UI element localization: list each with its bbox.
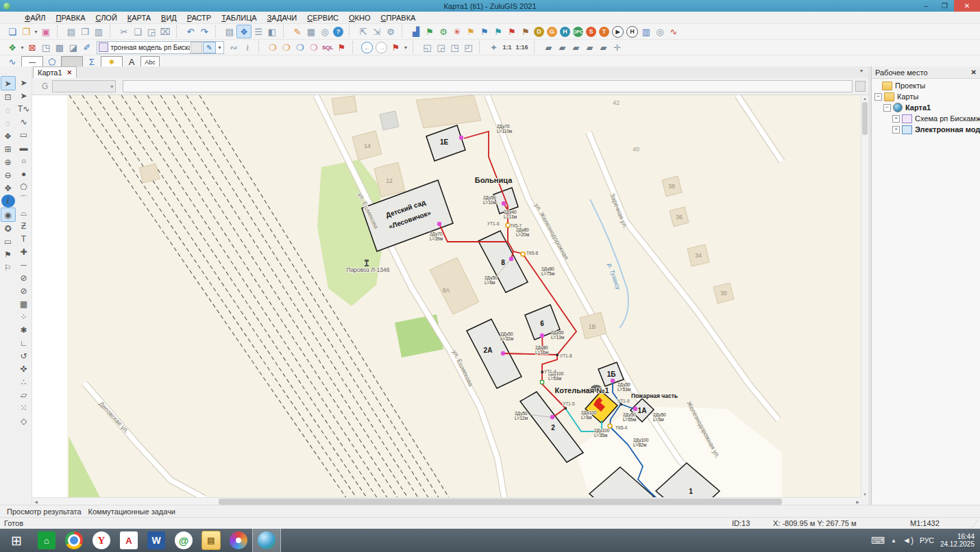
delete-segment-icon[interactable]: ⊘	[17, 284, 31, 297]
find-network-icon[interactable]: ❍	[307, 41, 321, 53]
layer-edit-pen-icon[interactable]: ✎	[203, 42, 216, 53]
layer-lock-button[interactable]	[191, 42, 202, 53]
flag-gray-icon[interactable]: ⚐	[1, 261, 15, 274]
draw-chord-icon[interactable]: ⌓	[17, 206, 31, 219]
angle-icon[interactable]: ∟	[17, 336, 31, 349]
tab-list-button[interactable]: ▾	[860, 68, 863, 74]
edit-select-icon[interactable]: ➤	[17, 76, 31, 89]
open-dropdown-icon[interactable]: ▾	[33, 25, 39, 38]
layer-combo-arrow-icon[interactable]: ▾	[216, 45, 223, 51]
address-input[interactable]	[123, 80, 853, 92]
copy-icon[interactable]: ❑	[131, 25, 145, 38]
layer-settings-icon[interactable]: ◳	[39, 41, 53, 53]
menu-edit[interactable]: ПРАВКА	[56, 14, 86, 22]
scale-custom-icon[interactable]: 1:16	[513, 44, 530, 51]
menu-raster[interactable]: РАСТР	[187, 14, 211, 22]
unlink-objects-icon[interactable]: ≀	[241, 41, 254, 53]
grid-window-icon[interactable]: ⊞	[1, 142, 15, 155]
piezometer-icon[interactable]: H	[560, 27, 570, 37]
db-import-icon[interactable]: ⇲	[370, 25, 384, 38]
find-db-icon[interactable]: ❍	[280, 41, 293, 53]
draw-line-icon[interactable]: ─	[17, 258, 31, 271]
start-calc-icon[interactable]: ▶	[612, 26, 624, 38]
map-window-icon[interactable]: ❖	[1, 129, 15, 142]
hatch-icon[interactable]: ▦	[17, 297, 31, 310]
snap-cursor-icon[interactable]: ✛	[610, 41, 624, 53]
tree-item-electronic-model[interactable]: +Электронная модель	[872, 124, 980, 135]
menu-table[interactable]: ТАБЛИЦА	[221, 14, 257, 22]
scroll-up-icon[interactable]: ▲	[861, 95, 868, 102]
sql-query-icon[interactable]: SQL	[321, 45, 334, 51]
address-combobox[interactable]: ▾	[52, 80, 116, 92]
zoom-selection-icon[interactable]: ◳	[448, 41, 461, 53]
select-symbol-icon[interactable]: ✱	[17, 323, 31, 336]
export-raster-icon[interactable]: ▥	[92, 25, 106, 38]
compass-icon[interactable]: ✪	[1, 222, 15, 235]
restore-button[interactable]: ❐	[935, 0, 954, 12]
acrobat-reader-icon[interactable]: A	[115, 529, 143, 552]
add-layer-dropdown-icon[interactable]: ▾	[19, 41, 25, 53]
paint-icon[interactable]	[225, 529, 252, 552]
horizontal-scroll-thumb[interactable]	[219, 499, 782, 505]
map-canvas[interactable]: 2Ду70L=110м2Ду50L=10м2Ду40L=13м2Ду70L=39…	[32, 95, 868, 505]
select-arrow-icon[interactable]: ➤	[1, 76, 16, 90]
dock-tab-result-view[interactable]: Просмотр результата	[7, 507, 82, 516]
hatch-dots-icon[interactable]: ⁘	[17, 310, 31, 323]
tree-expander-icon[interactable]: −	[874, 93, 882, 101]
address-go-button[interactable]	[855, 81, 866, 92]
save-icon[interactable]: ▣	[39, 25, 53, 38]
tree-item-projects[interactable]: Проекты	[872, 80, 980, 91]
find-binoculars-icon[interactable]: ◉	[1, 208, 16, 222]
yandex-browser-icon[interactable]: Y	[88, 529, 115, 552]
volume-icon[interactable]: ◄)	[903, 536, 914, 545]
move-icon[interactable]: ✜	[17, 362, 31, 375]
help-icon[interactable]: ?	[333, 27, 343, 37]
draw-polygon-icon[interactable]: ⬠	[17, 180, 31, 193]
tab-close-icon[interactable]: ✕	[67, 69, 73, 76]
scale-1-1-icon[interactable]: 1:1	[500, 44, 513, 51]
zulugis-taskbar-icon[interactable]	[252, 528, 281, 552]
h-step-icon[interactable]: H	[626, 26, 638, 38]
vertical-scroll-thumb[interactable]	[862, 102, 868, 135]
language-indicator[interactable]: РУС	[920, 536, 934, 544]
edit-objects-icon[interactable]: ✎	[291, 25, 304, 38]
find-layer-icon[interactable]: ❍	[293, 41, 307, 53]
file-explorer-icon[interactable]: ▤	[197, 529, 225, 552]
tree-item-schema-raster[interactable]: +Схема рп Бискамжа.z	[872, 113, 980, 124]
scale-tag-icon[interactable]: ✦	[487, 41, 500, 53]
zoom-out-icon[interactable]: ⊖	[1, 168, 15, 181]
layer-draw-icon[interactable]: ✐	[80, 41, 94, 53]
layer-copy-icon[interactable]: ◪	[66, 41, 80, 53]
dock-tab-switching-tasks[interactable]: Коммутационные задачи	[88, 507, 175, 516]
text-line-icon[interactable]: T∿	[17, 102, 31, 115]
hydraulics-design-icon[interactable]: D	[534, 27, 544, 37]
print-preview-icon[interactable]: ❒	[78, 25, 92, 38]
form-panel-icon[interactable]: ▤	[223, 25, 236, 38]
target-icon[interactable]: ◎	[653, 25, 667, 38]
menu-view[interactable]: ВИД	[161, 14, 177, 22]
draw-spline-icon[interactable]: Ƶ	[17, 219, 31, 232]
tree-item-maps[interactable]: −Карты	[872, 91, 980, 102]
draw-circle-icon[interactable]: ○	[17, 154, 31, 167]
link-objects-icon[interactable]: ∾	[227, 41, 241, 53]
legend-panel-icon[interactable]: ☰	[252, 25, 265, 38]
piezo-graph-icon[interactable]: ∿	[667, 25, 681, 38]
db-export-icon[interactable]: ⇱	[356, 25, 370, 38]
zoom-extent-icon[interactable]: ◱	[420, 41, 434, 53]
table-search-icon[interactable]: ◎	[318, 25, 332, 38]
section-brown-icon[interactable]: ⚑	[519, 25, 532, 38]
section-blue-icon[interactable]: ⚑	[478, 25, 491, 38]
info-icon[interactable]: i	[1, 195, 15, 208]
polygon-gray-icon[interactable]: ▱	[17, 388, 31, 401]
rotate-icon[interactable]: ↺	[17, 349, 31, 362]
menu-map[interactable]: КАРТА	[127, 14, 151, 22]
active-layer-combobox[interactable]: Электронная модель рп Бискамж» ✎ ▾	[97, 41, 224, 54]
map-vertical-scrollbar[interactable]: ▲ ▼	[861, 95, 868, 498]
clock[interactable]: 16:44 24.12.2025	[940, 533, 975, 548]
menu-layer[interactable]: СЛОЙ	[96, 14, 117, 22]
flag-red-icon[interactable]: ⚑	[1, 248, 15, 261]
find-object-icon[interactable]: ❍	[266, 41, 280, 53]
draw-text-icon[interactable]: T	[17, 232, 31, 245]
zoom-layer-icon[interactable]: ◲	[434, 41, 448, 53]
menu-file[interactable]: ФАЙЛ	[25, 14, 46, 22]
